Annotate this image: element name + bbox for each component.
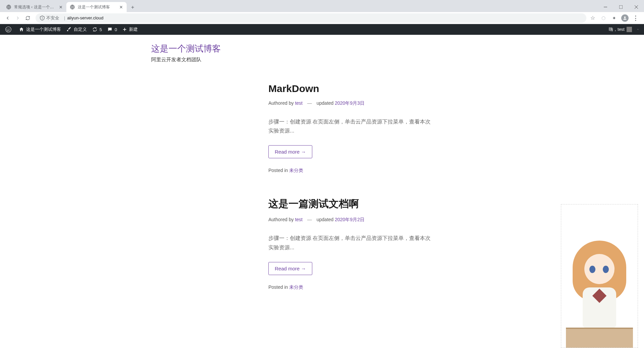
- authored-by-label: Authored by: [268, 100, 294, 106]
- back-button[interactable]: [3, 13, 13, 23]
- meta-separator: —: [307, 100, 312, 106]
- svg-rect-3: [619, 5, 623, 9]
- wp-customize-link[interactable]: 自定义: [64, 24, 89, 35]
- post-meta: Authored by test — updated 2020年9月2日: [268, 217, 436, 223]
- wordpress-icon: [5, 26, 11, 32]
- minimize-button[interactable]: [598, 2, 613, 12]
- tab-strip: 常规选项 ‹ 这是一个测试博客 — ✕ 这是一个测试博客 ✕ +: [0, 0, 644, 12]
- wp-comments-count: 0: [115, 27, 117, 32]
- home-icon: [19, 27, 24, 32]
- wp-customize-label: 自定义: [74, 26, 87, 32]
- wp-user-greeting[interactable]: 嗨，test: [606, 24, 635, 35]
- category-link[interactable]: 未分类: [289, 284, 303, 290]
- post-title[interactable]: MarkDown: [268, 83, 436, 94]
- security-indicator: 不安全: [40, 15, 59, 21]
- extensions-icon[interactable]: [610, 14, 618, 22]
- favicon-icon: [6, 4, 11, 10]
- search-icon: [637, 27, 639, 32]
- bookmark-icon[interactable]: [589, 14, 596, 22]
- page-content: 这是一个测试博客 阿里云开发者文档团队 MarkDown Authored by…: [0, 35, 644, 321]
- browser-tab-0[interactable]: 常规选项 ‹ 这是一个测试博客 — ✕: [3, 2, 66, 12]
- url-separator: |: [64, 15, 65, 20]
- wp-updates-count: 5: [100, 27, 102, 32]
- close-icon[interactable]: ✕: [58, 5, 63, 9]
- toolbar-right: [589, 14, 641, 22]
- post-item: 这是一篇测试文档啊 Authored by test — updated 202…: [268, 197, 436, 290]
- address-bar: 不安全 | aliyun-server.cloud: [0, 12, 644, 24]
- shield-icon[interactable]: [600, 14, 607, 22]
- post-excerpt: 步骤一：创建资源 在页面左侧，单击云产品资源下拉菜单，查看本次实验资源...: [268, 234, 436, 252]
- post-category-meta: Posted in 未分类: [268, 168, 436, 174]
- reload-button[interactable]: [23, 13, 33, 23]
- browser-menu-icon[interactable]: [632, 14, 639, 22]
- meta-separator: —: [307, 217, 312, 222]
- authored-by-label: Authored by: [268, 217, 294, 222]
- updated-label: updated: [317, 100, 334, 106]
- wp-updates-link[interactable]: 5: [89, 24, 105, 35]
- new-tab-button[interactable]: +: [128, 3, 137, 12]
- plus-icon: [122, 27, 127, 32]
- anime-character-icon: [566, 241, 633, 321]
- svg-point-10: [638, 29, 638, 30]
- read-more-button[interactable]: Read more →: [268, 262, 312, 275]
- site-tagline: 阿里云开发者文档团队: [151, 57, 493, 63]
- wp-admin-bar: 这是一个测试博客 自定义 5 0 新建 嗨，test: [0, 24, 644, 35]
- tab-title: 这是一个测试博客: [78, 4, 117, 10]
- favicon-icon: [70, 4, 75, 10]
- category-link[interactable]: 未分类: [289, 168, 303, 173]
- url-text: aliyun-server.cloud: [67, 15, 103, 20]
- post-excerpt: 步骤一：创建资源 在页面左侧，单击云产品资源下拉菜单，查看本次实验资源...: [268, 117, 436, 135]
- wp-search-button[interactable]: [635, 24, 641, 35]
- url-input[interactable]: 不安全 | aliyun-server.cloud: [36, 13, 586, 23]
- svg-line-11: [638, 30, 639, 30]
- date-link[interactable]: 2020年9月2日: [335, 217, 365, 222]
- wp-logo-button[interactable]: [3, 24, 16, 35]
- tab-title: 常规选项 ‹ 这是一个测试博客 —: [14, 4, 56, 10]
- window-controls: [598, 2, 644, 12]
- svg-point-7: [42, 19, 43, 19]
- post-item: MarkDown Authored by test — updated 2020…: [268, 83, 436, 174]
- close-icon[interactable]: ✕: [119, 5, 123, 9]
- live2d-widget[interactable]: [561, 204, 638, 321]
- wp-new-link[interactable]: 新建: [120, 24, 140, 35]
- svg-point-9: [6, 27, 11, 32]
- date-link[interactable]: 2020年9月3日: [335, 100, 365, 106]
- post-list: MarkDown Authored by test — updated 2020…: [208, 83, 436, 290]
- author-link[interactable]: test: [295, 217, 303, 222]
- browser-chrome: 常规选项 ‹ 这是一个测试博客 — ✕ 这是一个测试博客 ✕ +: [0, 0, 644, 24]
- browser-tab-1[interactable]: 这是一个测试博客 ✕: [66, 2, 127, 12]
- avatar: [627, 27, 632, 32]
- wp-site-name: 这是一个测试博客: [26, 26, 61, 32]
- svg-point-8: [624, 16, 626, 18]
- posted-in-label: Posted in: [268, 284, 288, 290]
- brush-icon: [66, 27, 72, 32]
- post-meta: Authored by test — updated 2020年9月3日: [268, 100, 436, 106]
- site-title[interactable]: 这是一个测试博客: [151, 43, 493, 55]
- post-title[interactable]: 这是一篇测试文档啊: [268, 197, 436, 211]
- maximize-button[interactable]: [613, 2, 629, 12]
- wp-site-link[interactable]: 这是一个测试博客: [16, 24, 64, 35]
- author-link[interactable]: test: [295, 100, 303, 106]
- close-window-button[interactable]: [629, 2, 644, 12]
- wp-greeting-text: 嗨，test: [609, 26, 625, 32]
- security-label: 不安全: [46, 15, 59, 21]
- updated-label: updated: [317, 217, 334, 222]
- comment-icon: [107, 27, 113, 32]
- profile-icon[interactable]: [621, 14, 629, 22]
- wp-comments-link[interactable]: 0: [105, 24, 120, 35]
- forward-button[interactable]: [13, 13, 23, 23]
- read-more-button[interactable]: Read more →: [268, 145, 312, 158]
- updates-icon: [92, 27, 98, 32]
- posted-in-label: Posted in: [268, 168, 288, 173]
- wp-new-label: 新建: [129, 26, 138, 32]
- post-category-meta: Posted in 未分类: [268, 284, 436, 290]
